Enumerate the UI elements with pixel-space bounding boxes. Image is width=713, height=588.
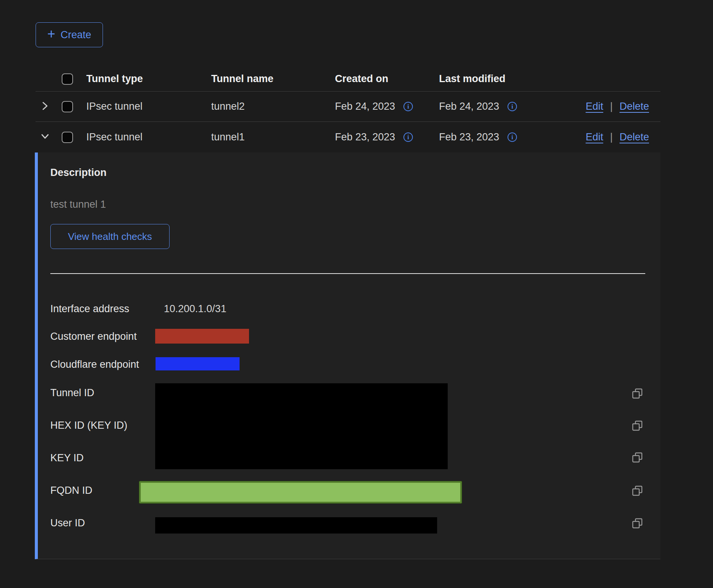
panel-divider [50, 273, 645, 274]
hex-id-label: HEX ID (KEY ID) [50, 419, 128, 431]
table-row: IPsec tunnel tunnel2 Feb 24, 2023 i Feb … [36, 92, 660, 122]
last-modified-cell: Feb 23, 2023 [439, 131, 499, 143]
tunnel-id-label: Tunnel ID [50, 387, 94, 399]
fqdn-id-redaction [139, 481, 462, 503]
action-separator: | [610, 101, 613, 112]
delete-link[interactable]: Delete [620, 131, 649, 143]
copy-fqdn-id-button[interactable] [631, 485, 643, 497]
fqdn-id-label: FQDN ID [50, 484, 92, 496]
tunnels-page: + Create Tunnel type Tunnel name Created… [0, 0, 713, 588]
copy-icon [631, 459, 643, 465]
cloudflare-endpoint-redaction [156, 357, 240, 370]
table-row: IPsec tunnel tunnel1 Feb 23, 2023 i Feb … [36, 122, 660, 152]
user-id-label: User ID [50, 517, 85, 529]
copy-tunnel-id-button[interactable] [631, 387, 643, 400]
create-button[interactable]: + Create [36, 22, 103, 47]
view-health-checks-button[interactable]: View health checks [50, 224, 170, 249]
column-header-tunnel-type: Tunnel type [77, 73, 202, 85]
last-modified-cell: Feb 24, 2023 [439, 101, 499, 112]
copy-key-id-button[interactable] [631, 451, 643, 464]
info-icon[interactable]: i [403, 132, 413, 142]
info-icon[interactable]: i [508, 102, 517, 111]
customer-endpoint-label: Customer endpoint [50, 330, 137, 342]
column-header-last-modified: Last modified [430, 73, 557, 85]
column-header-tunnel-name: Tunnel name [202, 73, 326, 85]
expand-row-button[interactable] [39, 100, 51, 114]
ids-redaction-block [155, 383, 448, 469]
tunnel-name-cell: tunnel2 [202, 101, 326, 112]
copy-icon [631, 427, 643, 433]
tunnel-details-panel: Description test tunnel 1 View health ch… [35, 152, 660, 559]
key-id-label: KEY ID [50, 452, 84, 464]
view-health-checks-label: View health checks [68, 231, 152, 243]
chevron-right-icon [39, 100, 51, 114]
copy-icon [631, 492, 643, 498]
edit-link[interactable]: Edit [585, 131, 603, 143]
description-label: Description [50, 167, 107, 179]
delete-link[interactable]: Delete [620, 101, 649, 112]
copy-hex-id-button[interactable] [631, 420, 643, 432]
tunnel-type-cell: IPsec tunnel [77, 131, 202, 143]
tunnel-name-cell: tunnel1 [202, 131, 326, 143]
description-value: test tunnel 1 [50, 199, 106, 210]
created-on-cell: Feb 23, 2023 [335, 131, 395, 143]
cloudflare-endpoint-label: Cloudflare endpoint [50, 358, 139, 370]
row-checkbox[interactable] [62, 132, 73, 143]
tunnel-type-cell: IPsec tunnel [77, 101, 202, 112]
info-icon[interactable]: i [508, 132, 517, 142]
copy-user-id-button[interactable] [631, 517, 643, 529]
customer-endpoint-redaction [155, 329, 249, 344]
collapse-row-button[interactable] [39, 130, 51, 144]
table-header-row: Tunnel type Tunnel name Created on Last … [36, 67, 660, 92]
tunnels-table: Tunnel type Tunnel name Created on Last … [36, 67, 660, 152]
action-separator: | [610, 131, 613, 143]
create-button-label: Create [61, 29, 91, 41]
copy-icon [631, 525, 643, 530]
created-on-cell: Feb 24, 2023 [335, 101, 395, 112]
row-checkbox[interactable] [62, 101, 73, 112]
column-header-created-on: Created on [326, 73, 430, 85]
copy-icon [631, 395, 643, 401]
chevron-down-icon [39, 130, 51, 144]
info-icon[interactable]: i [403, 102, 413, 111]
select-all-checkbox[interactable] [62, 73, 73, 85]
plus-icon: + [47, 27, 55, 41]
user-id-redaction [155, 517, 437, 534]
edit-link[interactable]: Edit [585, 101, 603, 112]
interface-address-value: 10.200.1.0/31 [164, 303, 226, 315]
interface-address-label: Interface address [50, 303, 129, 315]
